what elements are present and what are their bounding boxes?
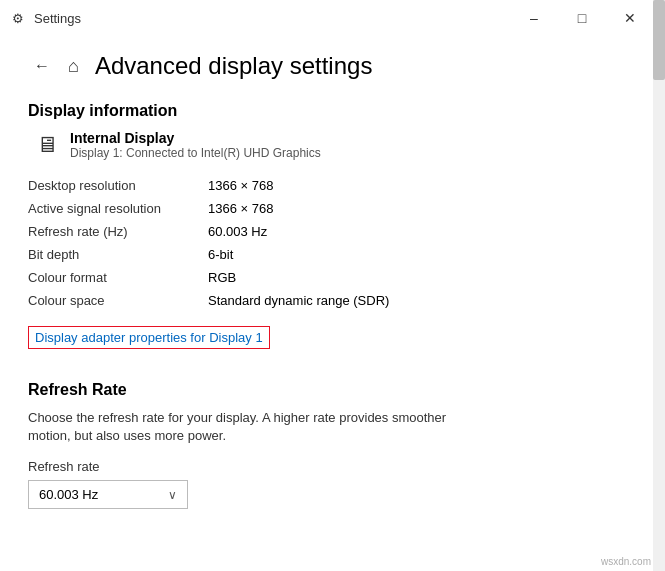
refresh-rate-section: Refresh Rate Choose the refresh rate for… — [28, 381, 637, 509]
scrollbar[interactable] — [653, 0, 665, 571]
dropdown-arrow-icon: ∨ — [168, 488, 177, 502]
maximize-button[interactable]: □ — [559, 3, 605, 33]
table-row: Colour spaceStandard dynamic range (SDR) — [28, 289, 637, 312]
page-title: Advanced display settings — [95, 52, 373, 80]
adapter-link[interactable]: Display adapter properties for Display 1 — [28, 326, 270, 349]
refresh-rate-dropdown[interactable]: 60.003 Hz ∨ — [28, 480, 188, 509]
device-name: Internal Display — [70, 130, 321, 146]
row-label: Active signal resolution — [28, 197, 208, 220]
settings-icon: ⚙ — [12, 11, 24, 26]
row-label: Refresh rate (Hz) — [28, 220, 208, 243]
device-desc: Display 1: Connected to Intel(R) UHD Gra… — [70, 146, 321, 160]
main-content: ← ⌂ Advanced display settings Display in… — [0, 36, 665, 571]
table-row: Colour formatRGB — [28, 266, 637, 289]
row-value: 6-bit — [208, 243, 637, 266]
close-button[interactable]: ✕ — [607, 3, 653, 33]
refresh-rate-description: Choose the refresh rate for your display… — [28, 409, 448, 445]
page-header: ← ⌂ Advanced display settings — [28, 36, 637, 88]
refresh-rate-heading: Refresh Rate — [28, 381, 637, 399]
table-row: Active signal resolution1366 × 768 — [28, 197, 637, 220]
display-info-heading: Display information — [28, 102, 637, 120]
row-label: Colour space — [28, 289, 208, 312]
row-label: Bit depth — [28, 243, 208, 266]
title-bar-title: Settings — [34, 11, 81, 26]
row-value: 1366 × 768 — [208, 197, 637, 220]
row-value: Standard dynamic range (SDR) — [208, 289, 637, 312]
title-bar-left: ⚙ Settings — [12, 11, 81, 26]
table-row: Refresh rate (Hz)60.003 Hz — [28, 220, 637, 243]
row-value: 60.003 Hz — [208, 220, 637, 243]
table-row: Desktop resolution1366 × 768 — [28, 174, 637, 197]
row-value: RGB — [208, 266, 637, 289]
display-device: 🖥 Internal Display Display 1: Connected … — [36, 130, 637, 160]
refresh-rate-label: Refresh rate — [28, 459, 637, 474]
monitor-icon: 🖥 — [36, 132, 58, 158]
row-label: Desktop resolution — [28, 174, 208, 197]
table-row: Bit depth6-bit — [28, 243, 637, 266]
title-bar-controls: – □ ✕ — [511, 3, 653, 33]
back-button[interactable]: ← — [28, 52, 56, 80]
display-device-text: Internal Display Display 1: Connected to… — [70, 130, 321, 160]
row-value: 1366 × 768 — [208, 174, 637, 197]
home-icon: ⌂ — [68, 56, 79, 77]
refresh-rate-value: 60.003 Hz — [39, 487, 98, 502]
title-bar: ⚙ Settings – □ ✕ — [0, 0, 665, 36]
row-label: Colour format — [28, 266, 208, 289]
minimize-button[interactable]: – — [511, 3, 557, 33]
watermark: wsxdn.com — [601, 556, 651, 567]
info-table: Desktop resolution1366 × 768Active signa… — [28, 174, 637, 312]
scrollbar-thumb[interactable] — [653, 0, 665, 80]
